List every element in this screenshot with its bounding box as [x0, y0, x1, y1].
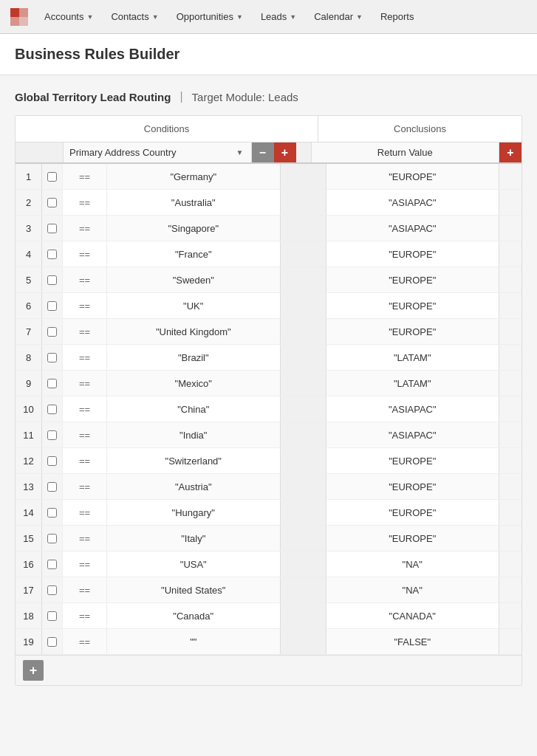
table-row: 16 == "USA" "NA" — [16, 551, 521, 577]
row-end — [499, 241, 521, 267]
row-checkbox-cell[interactable] — [42, 345, 63, 370]
nav-label-calendar: Calendar — [314, 11, 353, 22]
row-checkbox[interactable] — [47, 379, 57, 388]
row-checkbox[interactable] — [47, 637, 57, 647]
row-number: 14 — [16, 500, 42, 525]
field-selector-header[interactable]: Primary Address Country ▼ — [63, 142, 252, 162]
row-checkbox-cell[interactable] — [42, 396, 63, 422]
condition-value-cell: "Sweden" — [107, 267, 281, 292]
nav-item-accounts[interactable]: Accounts ▼ — [35, 0, 102, 34]
row-checkbox[interactable] — [47, 585, 57, 595]
operator-cell: == — [63, 396, 107, 422]
row-checkbox[interactable] — [47, 456, 57, 466]
svg-rect-3 — [19, 17, 28, 26]
row-checkbox[interactable] — [47, 482, 57, 492]
nav-item-contacts[interactable]: Contacts ▼ — [102, 0, 167, 34]
rule-module: Target Module: Leads — [192, 91, 298, 103]
row-end — [499, 319, 521, 344]
operator-cell: == — [63, 603, 107, 628]
add-condition-button[interactable]: + — [274, 142, 296, 162]
row-checkbox[interactable] — [47, 560, 57, 569]
row-checkbox[interactable] — [47, 353, 57, 362]
row-checkbox-cell[interactable] — [42, 241, 63, 267]
row-number: 16 — [16, 551, 42, 577]
result-value-cell: "EUROPE" — [326, 267, 500, 292]
row-checkbox-cell[interactable] — [42, 474, 63, 499]
operator-cell: == — [63, 241, 107, 267]
condition-value-cell: "France" — [107, 241, 281, 267]
nav-item-opportunities[interactable]: Opportunities ▼ — [168, 0, 252, 34]
row-checkbox[interactable] — [47, 198, 57, 207]
operator-cell: == — [63, 164, 107, 189]
result-value-cell: "FALSE" — [326, 629, 500, 654]
row-checkbox-cell[interactable] — [42, 577, 63, 602]
condition-value-cell: "USA" — [107, 551, 281, 577]
checkbox-header — [42, 142, 63, 162]
row-num-header — [16, 142, 42, 162]
row-checkbox-cell[interactable] — [42, 319, 63, 344]
row-number: 3 — [16, 216, 42, 241]
result-value-cell: "ASIAPAC" — [326, 190, 500, 215]
condition-value-cell: "India" — [107, 422, 281, 447]
conditions-section-header: Conditions — [16, 116, 318, 142]
add-conclusion-button[interactable]: + — [499, 142, 521, 162]
row-checkbox[interactable] — [47, 224, 57, 233]
row-checkbox[interactable] — [47, 250, 57, 259]
row-end — [499, 474, 521, 499]
conclusions-section-header: Conclusions — [318, 116, 521, 142]
row-checkbox[interactable] — [47, 611, 57, 621]
row-number: 17 — [16, 577, 42, 602]
condition-value-cell: "Mexico" — [107, 371, 281, 396]
chevron-down-icon: ▼ — [152, 13, 159, 21]
column-headers-row: Primary Address Country ▼ − + Return Val… — [16, 142, 521, 164]
row-checkbox-cell[interactable] — [42, 500, 63, 525]
remove-condition-button[interactable]: − — [252, 142, 274, 162]
table-row: 6 == "UK" "EUROPE" — [16, 293, 521, 319]
row-checkbox-cell[interactable] — [42, 629, 63, 654]
chevron-down-icon: ▼ — [86, 13, 93, 21]
condition-value-cell: "United States" — [107, 577, 281, 602]
row-checkbox[interactable] — [47, 275, 57, 285]
row-checkbox-cell[interactable] — [42, 164, 63, 189]
row-checkbox-cell[interactable] — [42, 603, 63, 628]
row-checkbox-cell[interactable] — [42, 293, 63, 318]
row-checkbox[interactable] — [47, 172, 57, 182]
nav-item-reports[interactable]: Reports — [372, 0, 423, 34]
nav-label-reports: Reports — [380, 11, 414, 22]
row-checkbox[interactable] — [47, 301, 57, 311]
row-checkbox[interactable] — [47, 405, 57, 414]
app-logo[interactable] — [6, 4, 33, 30]
nav-item-calendar[interactable]: Calendar ▼ — [305, 0, 372, 34]
operator-cell: == — [63, 577, 107, 602]
row-checkbox[interactable] — [47, 430, 57, 440]
nav-item-leads[interactable]: Leads ▼ — [252, 0, 305, 34]
row-checkbox[interactable] — [47, 534, 57, 543]
row-checkbox-cell[interactable] — [42, 267, 63, 292]
row-end — [499, 526, 521, 551]
nav-label-accounts: Accounts — [44, 11, 83, 22]
row-end — [499, 293, 521, 318]
row-spacer — [281, 216, 326, 241]
add-row-button[interactable]: + — [23, 660, 44, 681]
row-checkbox-cell[interactable] — [42, 422, 63, 447]
row-checkbox-cell[interactable] — [42, 371, 63, 396]
row-checkbox-cell[interactable] — [42, 448, 63, 473]
field-select-label: Primary Address Country — [69, 147, 235, 158]
table-row: 19 == "" "FALSE" — [16, 629, 521, 655]
row-checkbox-cell[interactable] — [42, 526, 63, 551]
operator-cell: == — [63, 267, 107, 292]
row-checkbox-cell[interactable] — [42, 551, 63, 577]
result-value-cell: "ASIAPAC" — [326, 422, 500, 447]
row-end — [499, 216, 521, 241]
operator-cell: == — [63, 629, 107, 654]
operator-cell: == — [63, 371, 107, 396]
table-row: 18 == "Canada" "CANADA" — [16, 603, 521, 629]
condition-value-cell: "Brazil" — [107, 345, 281, 370]
row-checkbox-cell[interactable] — [42, 216, 63, 241]
nav-label-leads: Leads — [261, 11, 287, 22]
row-checkbox[interactable] — [47, 327, 57, 337]
row-spacer — [281, 551, 326, 577]
row-checkbox-cell[interactable] — [42, 190, 63, 215]
table-row: 10 == "China" "ASIAPAC" — [16, 396, 521, 422]
row-checkbox[interactable] — [47, 508, 57, 518]
